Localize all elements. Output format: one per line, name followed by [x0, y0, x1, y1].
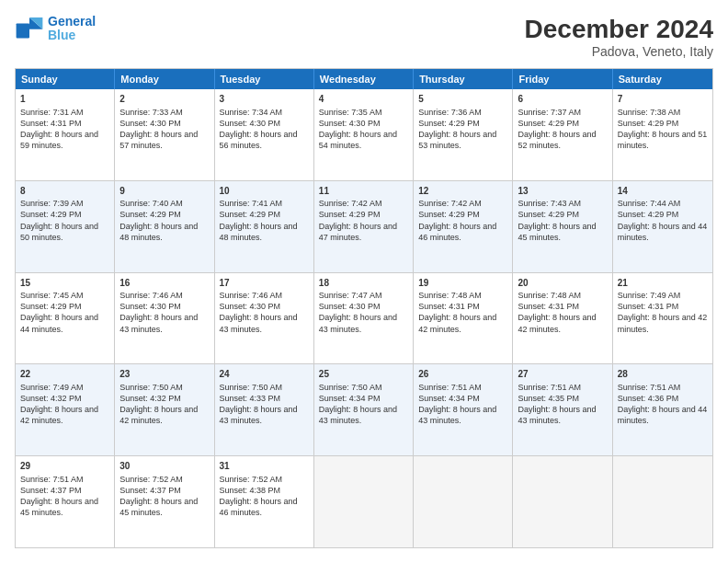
- title-block: December 2024 Padova, Veneto, Italy: [525, 15, 713, 59]
- header-tuesday: Tuesday: [215, 69, 314, 89]
- calendar-body: 1 Sunrise: 7:31 AMSunset: 4:31 PMDayligh…: [16, 89, 712, 547]
- day-20: 20 Sunrise: 7:48 AMSunset: 4:31 PMDaylig…: [513, 273, 612, 364]
- day-17: 17 Sunrise: 7:46 AMSunset: 4:30 PMDaylig…: [215, 273, 314, 364]
- day-23: 23 Sunrise: 7:50 AMSunset: 4:32 PMDaylig…: [115, 364, 214, 455]
- day-empty-3: [513, 456, 612, 547]
- generalblue-logo-icon: [15, 16, 44, 41]
- day-5: 5 Sunrise: 7:36 AMSunset: 4:29 PMDayligh…: [414, 89, 513, 180]
- day-25: 25 Sunrise: 7:50 AMSunset: 4:34 PMDaylig…: [314, 364, 414, 455]
- week-row-1: 1 Sunrise: 7:31 AMSunset: 4:31 PMDayligh…: [16, 89, 712, 180]
- day-27: 27 Sunrise: 7:51 AMSunset: 4:35 PMDaylig…: [513, 364, 612, 455]
- day-15: 15 Sunrise: 7:45 AMSunset: 4:29 PMDaylig…: [16, 273, 115, 364]
- logo: General Blue: [15, 15, 96, 43]
- day-4: 4 Sunrise: 7:35 AMSunset: 4:30 PMDayligh…: [314, 89, 414, 180]
- week-row-2: 8 Sunrise: 7:39 AMSunset: 4:29 PMDayligh…: [16, 180, 712, 272]
- subtitle: Padova, Veneto, Italy: [525, 44, 713, 59]
- header-friday: Friday: [513, 69, 612, 89]
- day-9: 9 Sunrise: 7:40 AMSunset: 4:29 PMDayligh…: [115, 181, 214, 272]
- calendar: Sunday Monday Tuesday Wednesday Thursday…: [15, 68, 713, 548]
- header-sunday: Sunday: [16, 69, 115, 89]
- day-24: 24 Sunrise: 7:50 AMSunset: 4:33 PMDaylig…: [215, 364, 314, 455]
- header-saturday: Saturday: [613, 69, 712, 89]
- day-empty-2: [414, 456, 513, 547]
- day-29: 29 Sunrise: 7:51 AMSunset: 4:37 PMDaylig…: [16, 456, 115, 547]
- day-21: 21 Sunrise: 7:49 AMSunset: 4:31 PMDaylig…: [613, 273, 712, 364]
- day-28: 28 Sunrise: 7:51 AMSunset: 4:36 PMDaylig…: [613, 364, 712, 455]
- header: General Blue December 2024 Padova, Venet…: [15, 15, 713, 59]
- header-thursday: Thursday: [414, 69, 513, 89]
- day-2: 2 Sunrise: 7:33 AMSunset: 4:30 PMDayligh…: [115, 89, 214, 180]
- day-19: 19 Sunrise: 7:48 AMSunset: 4:31 PMDaylig…: [414, 273, 513, 364]
- day-10: 10 Sunrise: 7:41 AMSunset: 4:29 PMDaylig…: [215, 181, 314, 272]
- day-7: 7 Sunrise: 7:38 AMSunset: 4:29 PMDayligh…: [613, 89, 712, 180]
- day-16: 16 Sunrise: 7:46 AMSunset: 4:30 PMDaylig…: [115, 273, 214, 364]
- week-row-3: 15 Sunrise: 7:45 AMSunset: 4:29 PMDaylig…: [16, 272, 712, 364]
- day-26: 26 Sunrise: 7:51 AMSunset: 4:34 PMDaylig…: [414, 364, 513, 455]
- calendar-header: Sunday Monday Tuesday Wednesday Thursday…: [16, 69, 712, 89]
- day-1: 1 Sunrise: 7:31 AMSunset: 4:31 PMDayligh…: [16, 89, 115, 180]
- svg-rect-0: [17, 24, 29, 39]
- week-row-4: 22 Sunrise: 7:49 AMSunset: 4:32 PMDaylig…: [16, 363, 712, 455]
- day-12: 12 Sunrise: 7:42 AMSunset: 4:29 PMDaylig…: [414, 181, 513, 272]
- header-monday: Monday: [115, 69, 214, 89]
- week-row-5: 29 Sunrise: 7:51 AMSunset: 4:37 PMDaylig…: [16, 455, 712, 547]
- logo-text: General Blue: [48, 15, 96, 43]
- day-11: 11 Sunrise: 7:42 AMSunset: 4:29 PMDaylig…: [314, 181, 414, 272]
- day-6: 6 Sunrise: 7:37 AMSunset: 4:29 PMDayligh…: [513, 89, 612, 180]
- day-8: 8 Sunrise: 7:39 AMSunset: 4:29 PMDayligh…: [16, 181, 115, 272]
- day-14: 14 Sunrise: 7:44 AMSunset: 4:29 PMDaylig…: [613, 181, 712, 272]
- day-18: 18 Sunrise: 7:47 AMSunset: 4:30 PMDaylig…: [314, 273, 414, 364]
- day-30: 30 Sunrise: 7:52 AMSunset: 4:37 PMDaylig…: [115, 456, 214, 547]
- day-13: 13 Sunrise: 7:43 AMSunset: 4:29 PMDaylig…: [513, 181, 612, 272]
- main-title: December 2024: [525, 15, 713, 44]
- header-wednesday: Wednesday: [314, 69, 414, 89]
- day-empty-1: [314, 456, 414, 547]
- day-3: 3 Sunrise: 7:34 AMSunset: 4:30 PMDayligh…: [215, 89, 314, 180]
- page: General Blue December 2024 Padova, Venet…: [0, 0, 728, 563]
- day-31: 31 Sunrise: 7:52 AMSunset: 4:38 PMDaylig…: [215, 456, 314, 547]
- day-22: 22 Sunrise: 7:49 AMSunset: 4:32 PMDaylig…: [16, 364, 115, 455]
- day-empty-4: [613, 456, 712, 547]
